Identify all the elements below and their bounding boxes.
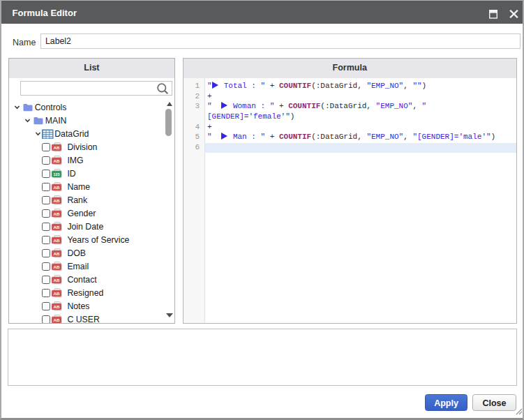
svg-text:AB: AB [54,184,60,189]
svg-text:AB: AB [54,317,60,322]
svg-text:123: 123 [54,172,60,176]
svg-text:AB: AB [54,144,60,149]
svg-text:AB: AB [54,197,60,202]
svg-text:AB: AB [54,250,60,255]
svg-text:AB: AB [54,303,60,308]
svg-text:AB: AB [54,237,60,242]
svg-text:AB: AB [54,264,60,269]
svg-text:AB: AB [54,277,60,282]
svg-text:AB: AB [54,211,60,216]
svg-text:AB: AB [54,290,60,295]
svg-text:AB: AB [54,224,60,229]
svg-text:AB: AB [54,158,60,163]
